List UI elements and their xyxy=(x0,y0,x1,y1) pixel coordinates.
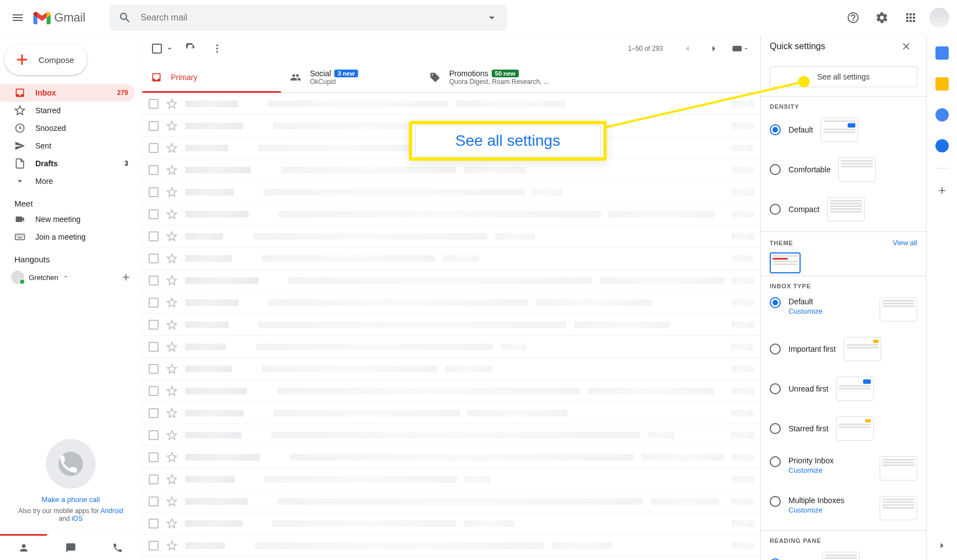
inbox-type-multiple[interactable]: Multiple Inboxes Customize xyxy=(770,488,917,528)
mail-row[interactable] xyxy=(142,93,760,115)
settings-button[interactable] xyxy=(869,4,895,31)
make-call-link[interactable]: Make a phone call xyxy=(41,495,100,504)
sidebar-item-new-meeting[interactable]: New meeting xyxy=(0,210,135,228)
hangouts-phone-tab[interactable] xyxy=(94,534,141,560)
mail-row[interactable] xyxy=(142,402,760,424)
inbox-type-important-first[interactable]: Important first xyxy=(770,329,917,369)
search-button[interactable] xyxy=(114,7,136,29)
star-outline-icon[interactable] xyxy=(166,98,177,109)
mail-row[interactable] xyxy=(142,358,760,380)
newer-button[interactable] xyxy=(676,38,698,60)
reading-pane-no-split[interactable]: No split xyxy=(770,544,917,560)
star-outline-icon[interactable] xyxy=(166,474,177,485)
star-outline-icon[interactable] xyxy=(166,518,177,529)
row-checkbox[interactable] xyxy=(149,430,159,440)
star-outline-icon[interactable] xyxy=(166,120,177,131)
see-all-settings-button[interactable]: See all settings xyxy=(770,66,917,87)
star-outline-icon[interactable] xyxy=(166,187,177,198)
star-outline-icon[interactable] xyxy=(166,165,177,176)
keep-addon[interactable] xyxy=(931,73,953,95)
mail-row[interactable] xyxy=(142,380,760,402)
mail-row[interactable] xyxy=(142,292,760,314)
star-outline-icon[interactable] xyxy=(166,430,177,441)
star-outline-icon[interactable] xyxy=(166,231,177,242)
mail-row[interactable] xyxy=(142,557,760,560)
hide-side-panel-button[interactable] xyxy=(931,538,953,560)
row-checkbox[interactable] xyxy=(149,320,159,330)
hangouts-contacts-tab[interactable] xyxy=(0,534,47,560)
mail-row[interactable] xyxy=(142,137,760,159)
older-button[interactable] xyxy=(703,38,725,60)
sidebar-item-drafts[interactable]: Drafts 3 xyxy=(0,155,135,172)
star-outline-icon[interactable] xyxy=(166,297,177,308)
star-outline-icon[interactable] xyxy=(166,385,177,397)
calendar-addon[interactable] xyxy=(931,42,953,64)
search-input[interactable] xyxy=(136,13,481,23)
inbox-type-unread-first[interactable]: Unread first xyxy=(770,369,917,409)
search-options-button[interactable] xyxy=(481,7,503,29)
row-checkbox[interactable] xyxy=(149,276,159,286)
google-apps-button[interactable] xyxy=(897,4,924,31)
theme-view-all-link[interactable]: View all xyxy=(892,239,917,247)
inbox-type-priority[interactable]: Priority Inbox Customize xyxy=(770,448,917,488)
mail-row[interactable] xyxy=(142,424,760,446)
mail-row[interactable] xyxy=(142,270,760,292)
mail-row[interactable] xyxy=(142,490,760,513)
support-button[interactable] xyxy=(840,4,866,31)
tab-primary[interactable]: Primary xyxy=(142,62,281,92)
star-outline-icon[interactable] xyxy=(166,452,177,463)
sidebar-item-join-meeting[interactable]: Join a meeting xyxy=(0,228,135,246)
mail-row[interactable] xyxy=(142,203,760,225)
ios-link[interactable]: iOS xyxy=(72,515,83,522)
row-checkbox[interactable] xyxy=(149,253,159,263)
sidebar-item-inbox[interactable]: Inbox 279 xyxy=(0,84,135,102)
density-option-default[interactable]: Default xyxy=(770,110,917,150)
account-button[interactable] xyxy=(926,4,953,31)
row-checkbox[interactable] xyxy=(149,121,159,131)
mail-row[interactable] xyxy=(142,115,760,137)
row-checkbox[interactable] xyxy=(149,143,159,153)
mail-row[interactable] xyxy=(142,468,760,490)
row-checkbox[interactable] xyxy=(149,298,159,308)
star-outline-icon[interactable] xyxy=(166,142,177,154)
star-outline-icon[interactable] xyxy=(166,253,177,264)
row-checkbox[interactable] xyxy=(149,364,159,374)
tasks-addon[interactable] xyxy=(931,104,953,126)
refresh-button[interactable] xyxy=(180,38,202,60)
star-outline-icon[interactable] xyxy=(166,341,177,352)
density-option-comfortable[interactable]: Comfortable xyxy=(770,150,917,189)
row-checkbox[interactable] xyxy=(149,165,159,175)
mail-row[interactable] xyxy=(142,181,760,203)
row-checkbox[interactable] xyxy=(149,541,159,551)
close-quick-settings-button[interactable] xyxy=(895,35,917,57)
star-outline-icon[interactable] xyxy=(166,540,177,551)
input-tools-button[interactable] xyxy=(729,38,751,60)
mail-row[interactable] xyxy=(142,535,760,557)
hangouts-chat-tab[interactable] xyxy=(47,534,94,560)
row-checkbox[interactable] xyxy=(149,342,159,352)
row-checkbox[interactable] xyxy=(149,209,159,219)
row-checkbox[interactable] xyxy=(149,408,159,418)
row-checkbox[interactable] xyxy=(149,496,159,506)
mail-row[interactable] xyxy=(142,225,760,247)
hangouts-self-row[interactable]: Gretchen xyxy=(0,266,141,288)
select-all-button[interactable] xyxy=(151,35,175,62)
hangouts-new-button[interactable] xyxy=(117,268,135,286)
mail-row[interactable] xyxy=(142,314,760,336)
customize-link[interactable]: Customize xyxy=(788,506,872,514)
customize-link[interactable]: Customize xyxy=(788,307,872,315)
gmail-logo[interactable]: Gmail xyxy=(33,10,107,25)
sidebar-item-more[interactable]: More xyxy=(0,172,135,190)
star-outline-icon[interactable] xyxy=(166,408,177,419)
mail-row[interactable] xyxy=(142,446,760,468)
tab-social[interactable]: Social 3 new OkCupid xyxy=(281,62,420,92)
tab-promotions[interactable]: Promotions 50 new Quora Digest, Roam Res… xyxy=(420,62,560,92)
row-checkbox[interactable] xyxy=(149,386,159,396)
row-checkbox[interactable] xyxy=(149,474,159,484)
sidebar-item-starred[interactable]: Starred xyxy=(0,102,135,119)
main-menu-button[interactable] xyxy=(4,4,31,31)
row-checkbox[interactable] xyxy=(149,187,159,197)
customize-link[interactable]: Customize xyxy=(788,466,872,474)
mail-row[interactable] xyxy=(142,159,760,181)
row-checkbox[interactable] xyxy=(149,519,159,529)
